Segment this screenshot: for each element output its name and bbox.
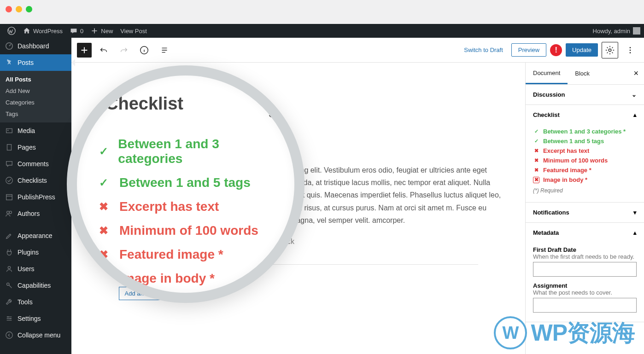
info-icon (139, 45, 149, 55)
cross-icon: ✖ (533, 157, 539, 164)
chevron-down-icon: ▾ (633, 209, 637, 216)
user-icon (5, 264, 14, 273)
checklist-item: ✓Between 1 and 3 categories * (533, 127, 637, 136)
metadata-label: Metadata (533, 229, 559, 236)
svg-point-9 (8, 267, 10, 269)
users-label: Users (18, 265, 35, 273)
discussion-label: Discussion (533, 91, 565, 98)
info-button[interactable] (136, 42, 152, 58)
magnified-checklist-item: ✖Minimum of 100 words (99, 219, 272, 243)
publishpress-label: PublishPress (18, 193, 55, 201)
list-icon (159, 45, 170, 55)
maximize-window[interactable] (26, 6, 32, 12)
panel-checklist-toggle[interactable]: Checklist▴ (526, 105, 644, 125)
chevron-up-icon: ▴ (633, 111, 637, 118)
checklist-icon (5, 176, 14, 185)
panel-notifications-toggle[interactable]: Notifications▾ (526, 203, 644, 222)
plug-icon (5, 248, 14, 257)
cross-icon: ✖ (533, 167, 539, 174)
check-icon: ✓ (533, 128, 539, 135)
sidebar-users[interactable]: Users (0, 261, 71, 277)
svg-point-17 (630, 49, 631, 51)
plugins-label: Plugins (18, 249, 39, 256)
undo-button[interactable] (95, 42, 112, 58)
tab-block[interactable]: Block (568, 63, 597, 84)
users-icon (5, 209, 14, 218)
checklist-magnifier: s! Checklist ✓Between 1 and 3 categories… (67, 65, 304, 303)
media-icon (5, 126, 14, 135)
add-block-button[interactable] (77, 43, 92, 58)
outline-button[interactable] (156, 42, 173, 58)
dots-icon (625, 45, 635, 55)
sidebar-authors[interactable]: Authors (0, 205, 71, 222)
svg-rect-6 (6, 195, 12, 200)
checklist-item: ✖Featured image * (533, 165, 637, 175)
panel-metadata-toggle[interactable]: Metadata▴ (526, 223, 644, 243)
more-menu[interactable] (622, 42, 638, 58)
tab-document[interactable]: Document (526, 63, 568, 84)
update-button[interactable]: Update (566, 43, 598, 57)
sidebar-tools[interactable]: Tools (0, 294, 71, 310)
sidebar-comments[interactable]: Comments (0, 156, 71, 172)
wp-logo[interactable] (4, 27, 19, 35)
new-label: New (101, 28, 113, 35)
sidebar-publishpress[interactable]: PublishPress (0, 189, 71, 205)
close-settings[interactable]: × (628, 69, 644, 78)
sidebar-media[interactable]: Media (0, 122, 71, 139)
home-icon (23, 27, 30, 35)
watermark: W WP资源海 (494, 316, 635, 349)
magnified-item-label: Featured image * (119, 247, 223, 262)
check-icon: ✓ (99, 176, 113, 189)
admin-bar: WordPress 0 New View Post Howdy, admin (0, 24, 644, 38)
editor-toolbar: Switch to Draft Preview ! Update (71, 38, 644, 63)
site-name[interactable]: WordPress (19, 27, 66, 35)
submenu-add-new[interactable]: Add New (0, 85, 71, 97)
submenu-all-posts[interactable]: All Posts (0, 74, 71, 85)
site-name-text: WordPress (33, 28, 63, 35)
checklists-label: Checklists (18, 177, 47, 184)
block-placeholder[interactable]: e a block (265, 238, 507, 246)
close-window[interactable] (6, 6, 12, 12)
view-post[interactable]: View Post (117, 28, 151, 35)
sidebar-posts[interactable]: Posts (0, 54, 71, 71)
panel-discussion-toggle[interactable]: Discussion⌄ (526, 85, 644, 104)
view-post-label: View Post (120, 28, 147, 35)
notifications-label: Notifications (533, 209, 569, 216)
new-content[interactable]: New (87, 27, 117, 35)
comments-count[interactable]: 0 (66, 27, 87, 35)
submenu-tags[interactable]: Tags (0, 108, 71, 120)
dashboard-label: Dashboard (18, 42, 49, 50)
sidebar-plugins[interactable]: Plugins (0, 244, 71, 261)
checklist-item: ✖Excerpt has text (533, 146, 637, 156)
preview-button[interactable]: Preview (511, 43, 546, 57)
sidebar-dashboard[interactable]: Dashboard (0, 38, 71, 54)
gear-icon (605, 45, 615, 55)
checklist-item-label: Between 1 and 3 categories * (543, 128, 626, 135)
howdy-text[interactable]: Howdy, admin (593, 28, 630, 35)
first-draft-date-input[interactable] (533, 262, 637, 277)
redo-button[interactable] (116, 42, 132, 58)
magnified-checklist-item: ✓Between 1 and 3 categories (99, 132, 272, 171)
settings-toggle[interactable] (602, 42, 618, 58)
tools-label: Tools (18, 298, 33, 306)
cross-icon: ✖ (99, 224, 113, 237)
assignment-input[interactable] (533, 298, 637, 313)
sidebar-checklists[interactable]: Checklists (0, 172, 71, 189)
user-avatar[interactable] (633, 27, 640, 35)
calendar-icon (5, 192, 14, 202)
collapse-icon (5, 331, 14, 340)
sidebar-capabilities[interactable]: Capabilities (0, 277, 71, 294)
sidebar-pages[interactable]: Pages (0, 139, 71, 156)
minimize-window[interactable] (16, 6, 22, 12)
window-traffic-lights[interactable] (6, 6, 32, 12)
magnified-checklist-title: Checklist (105, 94, 272, 114)
svg-point-16 (630, 47, 631, 48)
posts-label: Posts (18, 59, 34, 66)
magnified-checklist-item: ✓Between 1 and 5 tags (99, 171, 272, 195)
submenu-categories[interactable]: Categories (0, 97, 71, 108)
sidebar-collapse[interactable]: Collapse menu (0, 327, 71, 343)
checklist-alert-badge[interactable]: ! (550, 44, 562, 56)
sidebar-appearance[interactable]: Appearance (0, 227, 71, 244)
sidebar-settings[interactable]: Settings (0, 310, 71, 327)
switch-to-draft[interactable]: Switch to Draft (459, 44, 508, 56)
